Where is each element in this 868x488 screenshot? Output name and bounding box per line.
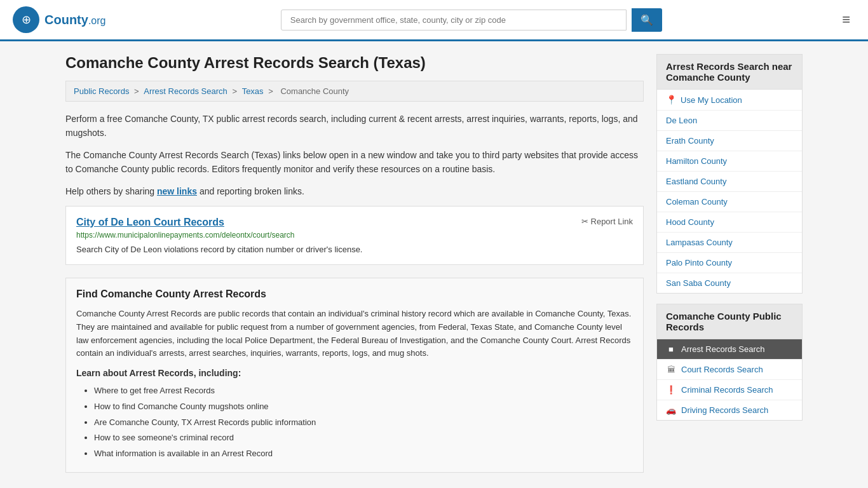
report-link[interactable]: Report Link xyxy=(581,217,633,226)
list-item: What information is available in an Arre… xyxy=(94,446,633,462)
find-section: Find Comanche County Arrest Records Coma… xyxy=(65,278,644,473)
arrest-records-icon: ■ xyxy=(666,344,676,354)
logo-area: ⊕ County.org xyxy=(13,6,105,33)
learn-list: Where to get free Arrest Records How to … xyxy=(76,383,633,461)
court-records-icon: 🏛 xyxy=(666,365,676,374)
sidebar-court-records[interactable]: 🏛 Court Records Search xyxy=(657,360,802,380)
breadcrumb-texas[interactable]: Texas xyxy=(242,86,264,96)
page-title: Comanche County Arrest Records Search (T… xyxy=(65,54,644,72)
search-button[interactable]: 🔍 xyxy=(632,8,662,32)
main-content: Comanche County Arrest Records Search (T… xyxy=(65,54,644,483)
record-card-title[interactable]: City of De Leon Court Records xyxy=(76,217,633,228)
list-item: Are Comanche County, TX Arrest Records p… xyxy=(94,415,633,431)
search-area: 🔍 xyxy=(281,8,662,32)
search-input[interactable] xyxy=(281,10,627,30)
sidebar-arrest-records[interactable]: ■ Arrest Records Search xyxy=(657,339,802,360)
menu-button[interactable]: ≡ xyxy=(837,9,855,30)
sidebar-item-hood[interactable]: Hood County xyxy=(657,212,802,233)
find-section-body: Comanche County Arrest Records are publi… xyxy=(76,308,633,360)
intro-para1: Perform a free Comanche County, TX publi… xyxy=(65,112,644,140)
intro-para2: The Comanche County Arrest Records Searc… xyxy=(65,148,644,177)
breadcrumb-arrest-records[interactable]: Arrest Records Search xyxy=(144,86,227,96)
use-location-link[interactable]: Use My Location xyxy=(681,95,742,105)
sidebar-item-erath[interactable]: Erath County xyxy=(657,131,802,151)
intro-para3: Help others by sharing new links and rep… xyxy=(65,184,644,198)
sidebar-criminal-records[interactable]: ❗ Criminal Records Search xyxy=(657,380,802,400)
sidebar-item-eastland[interactable]: Eastland County xyxy=(657,172,802,192)
sidebar-item-de-leon[interactable]: De Leon xyxy=(657,111,802,131)
record-card-desc: Search City of De Leon violations record… xyxy=(76,245,633,254)
list-item: How to find Comanche County mugshots onl… xyxy=(94,399,633,415)
sidebar-use-location[interactable]: 📍 Use My Location xyxy=(657,90,802,111)
breadcrumb-current: Comanche County xyxy=(280,86,349,96)
criminal-records-icon: ❗ xyxy=(666,385,676,395)
list-item: How to see someone's criminal record xyxy=(94,430,633,446)
logo-text: County.org xyxy=(44,13,105,27)
sidebar-item-palo-pinto[interactable]: Palo Pinto County xyxy=(657,253,802,273)
sidebar-public-records-title: Comanche County Public Records xyxy=(657,304,802,339)
location-icon: 📍 xyxy=(666,95,677,105)
sidebar-item-hamilton[interactable]: Hamilton County xyxy=(657,151,802,172)
driving-records-icon: 🚗 xyxy=(666,405,676,415)
record-card-url: https://www.municipalonlinepayments.com/… xyxy=(76,231,633,240)
breadcrumb-public-records[interactable]: Public Records xyxy=(74,86,129,96)
breadcrumb: Public Records > Arrest Records Search >… xyxy=(65,81,644,102)
record-card: Report Link City of De Leon Court Record… xyxy=(65,206,644,265)
sidebar-item-lampasas[interactable]: Lampasas County xyxy=(657,233,802,253)
sidebar-item-san-saba[interactable]: San Saba County xyxy=(657,273,802,293)
sidebar: Arrest Records Search near Comanche Coun… xyxy=(656,54,803,483)
site-header: ⊕ County.org 🔍 ≡ xyxy=(0,0,868,41)
sidebar-public-records-section: Comanche County Public Records ■ Arrest … xyxy=(656,304,803,421)
list-item: Where to get free Arrest Records xyxy=(94,383,633,399)
sidebar-driving-records[interactable]: 🚗 Driving Records Search xyxy=(657,400,802,420)
sidebar-item-coleman[interactable]: Coleman County xyxy=(657,192,802,212)
learn-title: Learn about Arrest Records, including: xyxy=(76,368,633,378)
page-container: Comanche County Arrest Records Search (T… xyxy=(53,41,815,488)
new-links-link[interactable]: new links xyxy=(157,186,197,196)
logo-icon: ⊕ xyxy=(13,6,39,33)
sidebar-nearby-title: Arrest Records Search near Comanche Coun… xyxy=(657,55,802,90)
sidebar-nearby-section: Arrest Records Search near Comanche Coun… xyxy=(656,54,803,294)
find-section-title: Find Comanche County Arrest Records xyxy=(76,288,633,300)
